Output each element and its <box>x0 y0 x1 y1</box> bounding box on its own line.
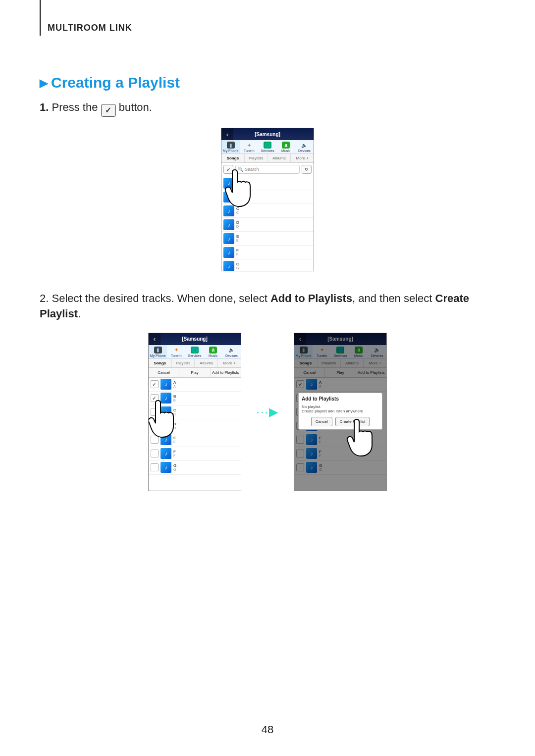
checkbox[interactable] <box>151 394 159 402</box>
tab-albums[interactable]: Albums <box>268 154 291 162</box>
screenshot-1: ‹ [Samsung] ▮My Phone ✦TuneIn 🌐Services … <box>221 128 314 271</box>
step-1: 1. Press the ✓ button. <box>40 100 495 117</box>
selection-action-row: Cancel Play Add to Playlists <box>149 368 241 378</box>
popup-create-playlist-button[interactable]: Create Playlist <box>335 417 370 426</box>
nav-tunein[interactable]: ✦TuneIn <box>167 345 185 358</box>
checkbox[interactable] <box>151 380 159 388</box>
track-row[interactable] <box>221 190 314 204</box>
tab-row: Songs Playlists Albums More + <box>221 154 314 163</box>
step-1-text-before: Press the <box>52 101 101 113</box>
tab-playlists[interactable]: Playlists <box>172 359 195 367</box>
track-row[interactable]: CC <box>149 405 241 419</box>
app-header: ‹ [Samsung] <box>221 128 314 140</box>
tab-albums[interactable]: Albums <box>195 359 218 367</box>
nav-row: ▮My Phone ✦TuneIn 🌐Services aMusic 🔈Devi… <box>149 345 241 359</box>
step-2-bold-1: Add to Playlists <box>270 292 352 304</box>
section-title-text: Creating a Playlist <box>51 74 180 91</box>
cancel-button[interactable]: Cancel <box>149 368 179 377</box>
tab-row: Songs Playlists Albums More + <box>149 359 241 368</box>
add-to-playlists-button[interactable]: Add to Playlists <box>211 368 241 377</box>
arrow-icon: ∙∙∙▶ <box>256 405 279 419</box>
track-row[interactable]: AA <box>149 378 241 392</box>
step-1-num: 1. <box>40 101 49 113</box>
add-to-playlists-popup: Add to Playlists No playlist. Create pla… <box>298 393 382 430</box>
screenshot-2: ‹ [Samsung] ▮My Phone ✦TuneIn 🌐Services … <box>148 333 241 491</box>
checkbox[interactable] <box>151 422 159 430</box>
tab-more[interactable]: More + <box>218 359 241 367</box>
track-row[interactable]: CC <box>221 204 314 218</box>
nav-devices[interactable]: 🔈Devices <box>222 345 241 358</box>
step-1-text-after: button. <box>119 101 152 113</box>
step-2-text-2: , and then select <box>352 292 435 304</box>
nav-services[interactable]: 🌐Services <box>185 345 204 358</box>
back-button[interactable]: ‹ <box>221 128 233 140</box>
popup-title: Add to Playlists <box>302 396 379 402</box>
app-title: [Samsung] <box>221 132 314 137</box>
figure-1: ‹ [Samsung] ▮My Phone ✦TuneIn 🌐Services … <box>40 128 495 271</box>
track-row[interactable]: DD <box>149 419 241 433</box>
header-label: MULTIROOM LINK <box>48 23 132 33</box>
nav-services[interactable]: 🌐Services <box>258 140 276 153</box>
checkbox[interactable] <box>151 463 159 471</box>
section-triangle-icon: ▶ <box>40 77 48 90</box>
tab-playlists[interactable]: Playlists <box>245 154 268 162</box>
track-row[interactable]: A <box>221 176 314 190</box>
track-list: A CC DD EE FF GG <box>221 176 314 271</box>
app-title: [Samsung] <box>149 336 241 342</box>
page-number: 48 <box>0 723 535 736</box>
track-row[interactable]: EE <box>149 433 241 447</box>
app-header: ‹ [Samsung] <box>149 333 241 345</box>
refresh-button[interactable]: ↻ <box>302 165 312 174</box>
step-2: 2. Select the desired tracks. When done,… <box>40 291 495 322</box>
popup-subtitle: No playlist. Create playlist and listen … <box>302 404 379 414</box>
section-title: ▶Creating a Playlist <box>40 74 495 91</box>
track-list: AA BB CC DD EE FF GG <box>149 378 241 475</box>
search-icon: 🔍 <box>238 167 243 172</box>
tab-songs[interactable]: Songs <box>149 359 172 367</box>
track-row[interactable]: GG <box>221 259 314 271</box>
popup-cancel-button[interactable]: Cancel <box>311 417 332 426</box>
checkbox[interactable] <box>151 436 159 444</box>
step-2-text-1: Select the desired tracks. When done, se… <box>52 292 270 304</box>
nav-music[interactable]: aMusic <box>277 140 295 153</box>
back-button[interactable]: ‹ <box>149 333 160 345</box>
screenshot-3: ‹ [Samsung] ▮My Phone ✦TuneIn 🌐Services … <box>294 333 387 491</box>
nav-music[interactable]: aMusic <box>204 345 222 358</box>
tab-more[interactable]: More + <box>291 154 314 162</box>
track-row[interactable]: EE <box>221 232 314 246</box>
track-row[interactable]: BB <box>149 392 241 405</box>
play-button[interactable]: Play <box>179 368 210 377</box>
track-row[interactable]: DD <box>221 218 314 232</box>
nav-my-phone[interactable]: ▮My Phone <box>149 345 167 358</box>
tab-songs[interactable]: Songs <box>221 154 245 162</box>
checkbox[interactable] <box>151 408 159 416</box>
checkbox[interactable] <box>151 450 159 457</box>
nav-my-phone[interactable]: ▮My Phone <box>221 140 240 153</box>
nav-row: ▮My Phone ✦TuneIn 🌐Services aMusic 🔈Devi… <box>221 140 314 154</box>
nav-tunein[interactable]: ✦TuneIn <box>240 140 258 153</box>
search-input[interactable]: 🔍Search <box>235 165 300 174</box>
check-button-icon: ✓ <box>101 104 116 117</box>
track-row[interactable]: GG <box>149 461 241 475</box>
step-2-num: 2. <box>40 292 49 304</box>
nav-devices[interactable]: 🔈Devices <box>295 140 314 153</box>
track-row[interactable]: FF <box>221 246 314 259</box>
search-row: ✓ 🔍Search ↻ <box>221 163 314 176</box>
figure-2: ‹ [Samsung] ▮My Phone ✦TuneIn 🌐Services … <box>40 333 495 491</box>
track-row[interactable]: FF <box>149 447 241 461</box>
content: ▶Creating a Playlist 1. Press the ✓ butt… <box>40 74 495 511</box>
select-mode-button[interactable]: ✓ <box>223 165 233 174</box>
step-2-text-3: . <box>78 307 81 320</box>
